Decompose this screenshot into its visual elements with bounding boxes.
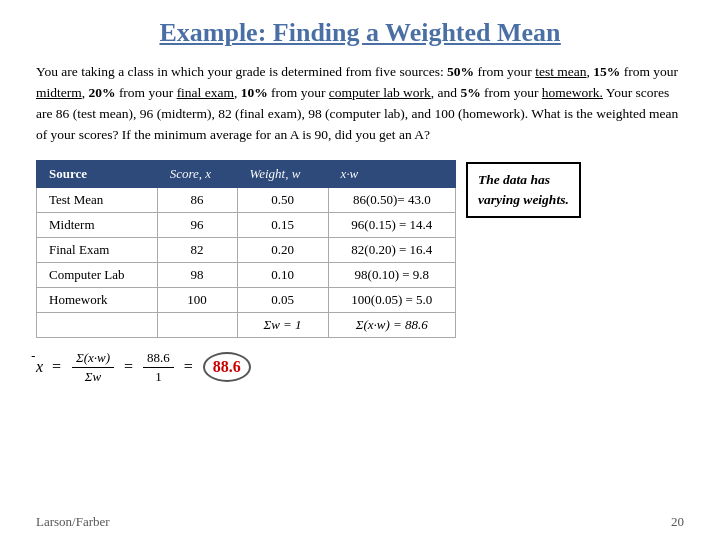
title-highlight: Weighted Mean	[385, 18, 561, 47]
sum-weight: Σw = 1	[237, 312, 328, 337]
score-cell: 96	[157, 212, 237, 237]
table-row: Final Exam 82 0.20 82(0.20) = 16.4	[37, 237, 456, 262]
col-header-score: Score, x	[157, 160, 237, 187]
score-cell: 86	[157, 187, 237, 212]
xw-cell: 82(0.20) = 16.4	[328, 237, 455, 262]
source-cell: Homework	[37, 287, 158, 312]
table-row: Homework 100 0.05 100(0.05) = 5.0	[37, 287, 456, 312]
source-cell: Test Mean	[37, 187, 158, 212]
sum-source	[37, 312, 158, 337]
page: Example: Finding a Weighted Mean You are…	[0, 0, 720, 540]
score-cell: 100	[157, 287, 237, 312]
score-cell: 82	[157, 237, 237, 262]
source-cell: Midterm	[37, 212, 158, 237]
weight-cell: 0.50	[237, 187, 328, 212]
weight-cell: 0.20	[237, 237, 328, 262]
page-title: Example: Finding a Weighted Mean	[36, 18, 684, 48]
formula-equals2: =	[184, 358, 193, 376]
intro-paragraph: You are taking a class in which your gra…	[36, 62, 684, 146]
xw-cell: 100(0.05) = 5.0	[328, 287, 455, 312]
formula-values: 88.6 1	[143, 350, 174, 385]
formula-section: x̄ = Σ(x·w) Σw = 88.6 1 = 88.6	[36, 350, 684, 385]
weight-cell: 0.10	[237, 262, 328, 287]
formula-fraction: Σ(x·w) Σw	[72, 350, 114, 385]
table-row: Test Mean 86 0.50 86(0.50)= 43.0	[37, 187, 456, 212]
formula-lhs: x̄ =	[36, 358, 62, 376]
footer-right: 20	[671, 514, 684, 530]
table-row: Computer Lab 98 0.10 98(0.10) = 9.8	[37, 262, 456, 287]
annotation-box: The data has varying weights.	[466, 162, 581, 219]
table-row: Midterm 96 0.15 96(0.15) = 14.4	[37, 212, 456, 237]
xw-cell: 98(0.10) = 9.8	[328, 262, 455, 287]
formula-equals1: =	[124, 358, 133, 376]
title-prefix: Example: Finding a	[159, 18, 385, 47]
source-cell: Computer Lab	[37, 262, 158, 287]
weight-cell: 0.15	[237, 212, 328, 237]
annotation-line1: The data has	[478, 170, 569, 190]
col-header-source: Source	[37, 160, 158, 187]
data-table: Source Score, x Weight, w x·w Test Mean …	[36, 160, 456, 338]
xw-cell: 96(0.15) = 14.4	[328, 212, 455, 237]
table-section: Source Score, x Weight, w x·w Test Mean …	[36, 160, 684, 338]
score-cell: 98	[157, 262, 237, 287]
weight-cell: 0.05	[237, 287, 328, 312]
sum-xw: Σ(x·w) = 88.6	[328, 312, 455, 337]
col-header-xw: x·w	[328, 160, 455, 187]
sum-score	[157, 312, 237, 337]
footer-left: Larson/Farber	[36, 514, 110, 530]
xw-cell: 86(0.50)= 43.0	[328, 187, 455, 212]
source-cell: Final Exam	[37, 237, 158, 262]
sum-row: Σw = 1 Σ(x·w) = 88.6	[37, 312, 456, 337]
footer: Larson/Farber 20	[36, 514, 684, 530]
annotation-line2: varying weights.	[478, 190, 569, 210]
col-header-weight: Weight, w	[237, 160, 328, 187]
formula-result: 88.6	[203, 352, 251, 382]
